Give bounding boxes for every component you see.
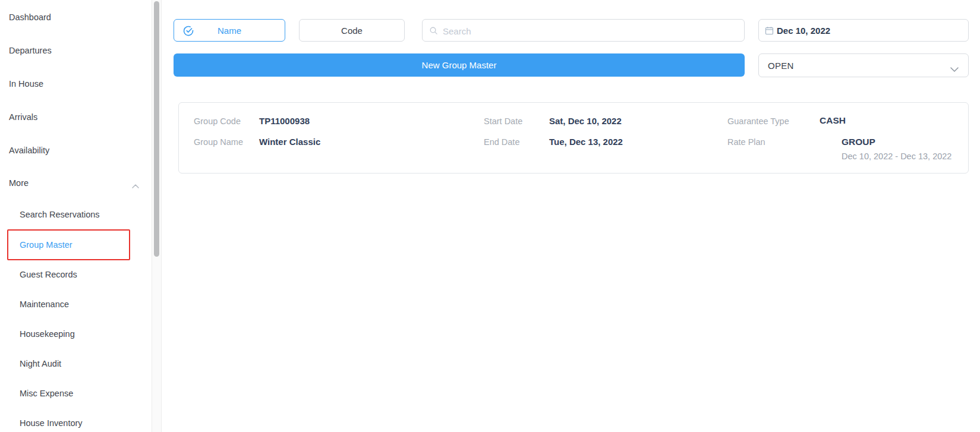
code-filter-label: Code xyxy=(341,26,363,36)
chevron-down-icon xyxy=(950,64,959,74)
sidebar-item-dashboard[interactable]: Dashboard xyxy=(9,11,51,23)
sidebar: Dashboard Departures In House Arrivals A… xyxy=(0,0,152,432)
sidebar-item-group-master[interactable]: Group Master xyxy=(20,239,73,251)
name-filter-button[interactable]: Name xyxy=(174,19,285,42)
rate-plan-label: Rate Plan xyxy=(727,137,765,148)
sidebar-item-maintenance[interactable]: Maintenance xyxy=(20,298,69,310)
guarantee-type-value: CASH xyxy=(820,115,846,126)
sidebar-scrollbar-track xyxy=(152,0,162,432)
search-box xyxy=(422,19,745,42)
new-group-master-button[interactable]: New Group Master xyxy=(174,53,745,77)
group-name-value: Winter Classic xyxy=(259,136,320,147)
sidebar-item-night-audit[interactable]: Night Audit xyxy=(20,358,61,370)
sidebar-item-more[interactable]: More xyxy=(9,177,29,189)
rate-plan-value: GROUP xyxy=(842,136,875,147)
group-name-label: Group Name xyxy=(194,137,243,148)
date-picker[interactable]: Dec 10, 2022 xyxy=(758,19,969,42)
search-icon xyxy=(429,26,438,37)
end-date-value: Tue, Dec 13, 2022 xyxy=(549,136,623,147)
search-input[interactable] xyxy=(442,20,741,42)
group-code-value: TP11000938 xyxy=(259,115,310,127)
name-filter-label: Name xyxy=(218,26,241,36)
status-select-value: OPEN xyxy=(768,61,794,71)
date-picker-value: Dec 10, 2022 xyxy=(777,26,830,36)
sidebar-item-departures[interactable]: Departures xyxy=(9,45,52,56)
code-filter-button[interactable]: Code xyxy=(299,19,405,42)
group-code-label: Group Code xyxy=(194,116,241,127)
rate-plan-date-range: Dec 10, 2022 - Dec 13, 2022 xyxy=(842,151,951,162)
sidebar-item-availability[interactable]: Availability xyxy=(9,144,49,156)
new-group-master-label: New Group Master xyxy=(422,60,497,70)
sidebar-item-housekeeping[interactable]: Housekeeping xyxy=(20,328,75,340)
chevron-up-icon xyxy=(132,180,139,191)
sidebar-scrollbar-thumb[interactable] xyxy=(154,1,159,257)
group-master-card[interactable]: Group Code TP11000938 Group Name Winter … xyxy=(178,102,969,174)
sidebar-item-search-reservations[interactable]: Search Reservations xyxy=(20,209,100,220)
end-date-label: End Date xyxy=(484,137,519,148)
group-master-screen: Dashboard Departures In House Arrivals A… xyxy=(0,0,980,432)
sidebar-item-misc-expense[interactable]: Misc Expense xyxy=(20,387,73,399)
sidebar-item-arrivals[interactable]: Arrivals xyxy=(9,111,37,123)
status-select[interactable]: OPEN xyxy=(758,53,969,77)
guarantee-type-label: Guarantee Type xyxy=(727,116,789,127)
sidebar-item-in-house[interactable]: In House xyxy=(9,78,43,90)
calendar-icon xyxy=(765,26,774,37)
start-date-label: Start Date xyxy=(484,116,522,127)
sidebar-item-guest-records[interactable]: Guest Records xyxy=(20,269,77,280)
sidebar-item-house-inventory[interactable]: House Inventory xyxy=(20,417,83,429)
start-date-value: Sat, Dec 10, 2022 xyxy=(549,115,622,127)
check-circle-icon xyxy=(182,25,194,39)
